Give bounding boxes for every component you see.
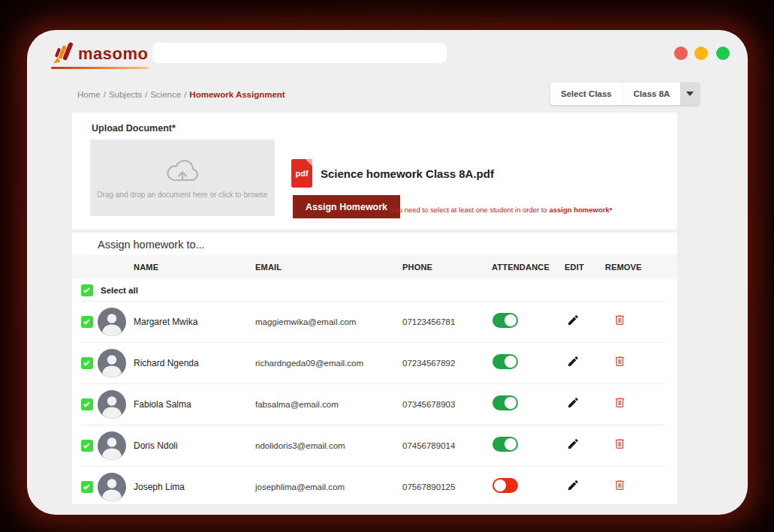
breadcrumb-separator: / <box>145 90 147 99</box>
student-name: Richard Ngenda <box>134 358 199 368</box>
edit-icon[interactable] <box>567 314 580 326</box>
student-email: ndolidoris3@email.com <box>255 441 402 450</box>
brand-logo: masomo <box>51 40 150 69</box>
pdf-file-type: pdf <box>295 169 308 178</box>
column-header-remove: REMOVE <box>605 263 677 272</box>
student-name: Fabiola Salma <box>134 399 191 410</box>
brand-name: masomo <box>78 46 148 65</box>
student-phone: 07345678903 <box>402 400 492 409</box>
breadcrumb: Home/Subjects/Science/Homework Assignmen… <box>77 90 285 99</box>
window-maximize-button[interactable] <box>716 47 730 60</box>
attendance-toggle[interactable] <box>492 313 518 328</box>
student-email: richardngeda09@email.com <box>255 359 402 368</box>
check-icon <box>83 401 89 407</box>
upload-section: Upload Document* Drag and drop an docume… <box>72 113 677 230</box>
uploaded-file-name: Science homework Class 8A.pdf <box>321 167 494 180</box>
remove-icon[interactable] <box>613 314 626 326</box>
student-name: Doris Ndoli <box>134 440 178 451</box>
attendance-toggle[interactable] <box>492 395 518 410</box>
breadcrumb-separator: / <box>104 90 106 99</box>
pdf-file-icon: pdf <box>291 159 312 188</box>
breadcrumb-subjects[interactable]: Subjects <box>109 90 142 99</box>
app-window: masomo Home/Subjects/Science/Homework As… <box>27 30 748 515</box>
attendance-toggle[interactable] <box>492 478 518 493</box>
student-phone: 07123456781 <box>402 317 492 326</box>
assign-homework-button[interactable]: Assign Homework <box>293 195 400 218</box>
student-name: Joseph Lima <box>134 482 185 492</box>
assign-warning: You need to select at least one student … <box>390 206 612 214</box>
column-header-email: EMAIL <box>255 263 402 272</box>
remove-icon[interactable] <box>613 355 626 368</box>
row-checkbox[interactable] <box>81 398 93 410</box>
chevron-down-icon <box>686 92 694 96</box>
student-name: Margaret Mwika <box>134 317 197 327</box>
students-section-title: Assign homework to... <box>98 239 205 251</box>
class-selector-label: Select Class <box>550 83 623 105</box>
remove-icon[interactable] <box>613 437 626 450</box>
avatar <box>98 431 126 460</box>
student-email: maggiemwika@email.com <box>255 317 402 326</box>
upload-label: Upload Document* <box>92 123 176 134</box>
column-header-attendance: ATTENDANCE <box>492 263 565 272</box>
breadcrumb-home[interactable]: Home <box>77 90 101 99</box>
student-email: josephlima@email.com <box>255 482 402 491</box>
select-all-row: Select all <box>72 279 677 301</box>
row-checkbox[interactable] <box>81 440 93 452</box>
row-checkbox[interactable] <box>81 357 93 369</box>
toggle-knob <box>494 479 506 491</box>
toggle-knob <box>504 397 517 409</box>
cloud-upload-icon <box>163 158 202 185</box>
page-background: masomo Home/Subjects/Science/Homework As… <box>0 0 774 532</box>
avatar <box>98 308 126 336</box>
window-close-button[interactable] <box>674 47 688 60</box>
check-icon <box>83 359 89 365</box>
class-selector[interactable]: Select Class Class 8A <box>550 83 700 105</box>
table-row: Fabiola Salma fabsalma@email.com 0734567… <box>72 383 677 425</box>
check-icon <box>83 318 89 324</box>
column-header-name: NAME <box>98 263 255 272</box>
student-phone: 07234567892 <box>402 359 492 368</box>
remove-icon[interactable] <box>613 396 626 409</box>
dropzone-hint: Drag and drop an document here or click … <box>97 191 267 199</box>
student-rows: Margaret Mwika maggiemwika@email.com 071… <box>72 301 677 504</box>
edit-icon[interactable] <box>567 396 580 409</box>
row-checkbox[interactable] <box>81 481 93 493</box>
warning-emphasis: assign homework* <box>549 206 612 214</box>
avatar <box>98 349 126 377</box>
edit-icon[interactable] <box>567 479 580 491</box>
toggle-knob <box>504 356 517 368</box>
avatar <box>98 473 126 501</box>
search-input[interactable] <box>152 43 447 63</box>
edit-icon[interactable] <box>567 355 580 368</box>
students-section: Assign homework to... NAME EMAIL PHONE A… <box>72 233 677 504</box>
select-all-checkbox[interactable] <box>81 284 93 296</box>
row-checkbox[interactable] <box>81 316 93 328</box>
attendance-toggle[interactable] <box>492 354 518 369</box>
student-email: fabsalma@email.com <box>255 400 402 409</box>
class-selector-dropdown[interactable] <box>680 83 700 105</box>
column-header-edit: EDIT <box>565 263 605 272</box>
select-all-label: Select all <box>98 286 255 295</box>
attendance-toggle[interactable] <box>492 437 518 452</box>
class-selector-value: Class 8A <box>623 83 681 105</box>
breadcrumb-science[interactable]: Science <box>150 90 181 99</box>
remove-icon[interactable] <box>613 479 626 491</box>
window-minimize-button[interactable] <box>694 47 708 60</box>
upload-dropzone[interactable]: Drag and drop an document here or click … <box>90 140 275 216</box>
avatar <box>98 390 126 419</box>
warning-text: You need to select at least one student … <box>390 206 549 214</box>
table-row: Richard Ngenda richardngeda09@email.com … <box>72 342 677 383</box>
edit-icon[interactable] <box>567 437 580 450</box>
toggle-knob <box>504 438 517 450</box>
pencil-logo-icon <box>51 40 74 65</box>
check-icon <box>83 287 89 293</box>
toggle-knob <box>504 314 517 326</box>
breadcrumb-current: Homework Assignment <box>189 90 285 99</box>
check-icon <box>83 442 89 448</box>
column-header-phone: PHONE <box>402 263 492 272</box>
uploaded-file: pdf Science homework Class 8A.pdf <box>291 159 494 188</box>
table-row: Doris Ndoli ndolidoris3@email.com 074567… <box>72 425 677 466</box>
breadcrumb-separator: / <box>184 90 186 99</box>
table-row: Margaret Mwika maggiemwika@email.com 071… <box>72 301 677 342</box>
student-phone: 07567890125 <box>402 482 492 491</box>
